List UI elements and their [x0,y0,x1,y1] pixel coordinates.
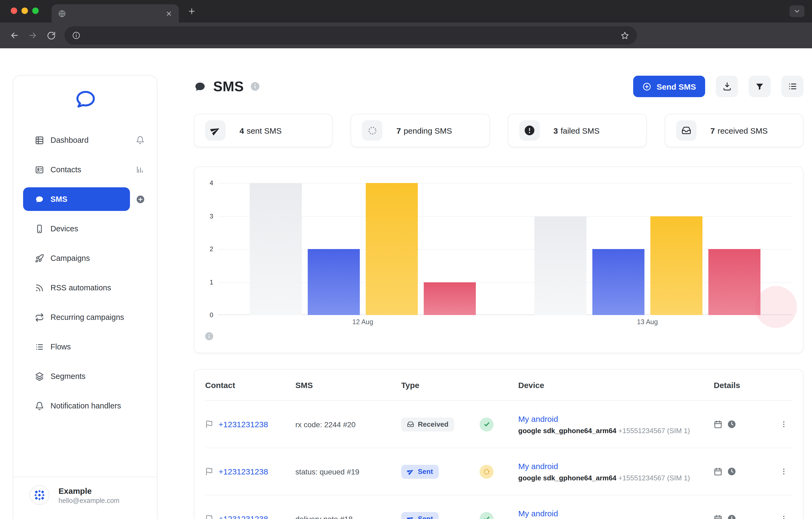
column-header-sms: SMS [295,380,401,390]
forward-button[interactable] [24,26,42,44]
sidebar-item-label: Devices [51,224,78,233]
bar-received-12-aug [250,183,302,315]
y-tick: 0 [210,311,213,319]
device-details: google sdk_gphone64_arm64 +15551234567 (… [518,426,714,434]
column-header-details: Details [714,380,792,390]
bar-pending-13-aug [650,216,702,315]
contact-phone-link[interactable]: +1231231238 [219,420,268,429]
sidebar-item-notification-handlers[interactable]: Notification handlers [23,394,147,418]
clock-icon[interactable] [727,467,736,476]
list-icon [35,342,44,351]
table-row: +1231231238 status: queued #19 Sent [205,448,792,495]
x-tick: 12 Aug [250,318,476,326]
chart-info-icon[interactable] [205,332,214,341]
download-button[interactable] [716,76,738,97]
sidebar-item-campaigns[interactable]: Campaigns [23,246,147,270]
sidebar-item-label: Segments [51,372,86,380]
browser-tab[interactable] [52,4,179,23]
calendar-icon[interactable] [714,467,722,476]
list-view-button[interactable] [781,76,804,97]
flag-icon [205,420,213,428]
app-logo-speech-bubble-icon [74,90,96,110]
row-menu-kebab-icon[interactable] [780,467,788,476]
sms-bar-chart-card: 4 3 2 1 0 [194,166,804,353]
sidebar: Dashboard Contacts [13,75,157,519]
sidebar-item-rss-automations[interactable]: RSS automations [23,276,147,300]
clock-icon[interactable] [727,420,736,429]
sidebar-item-label: SMS [51,195,67,204]
device-link[interactable]: My android [518,414,558,423]
page-content: Dashboard Contacts [0,48,812,519]
back-button[interactable] [5,26,24,44]
address-bar[interactable] [64,26,637,44]
new-tab-button[interactable] [187,7,196,16]
sidebar-item-segments[interactable]: Segments [23,364,147,388]
sidebar-item-contacts[interactable]: Contacts [23,158,147,181]
sidebar-item-label: Campaigns [51,254,90,263]
sidebar-item-devices[interactable]: Devices [23,217,147,240]
y-tick: 2 [210,245,213,253]
calendar-icon[interactable] [714,514,722,519]
table-header: Contact SMS Type Device Details [205,370,792,401]
contact-phone-link[interactable]: +1231231238 [219,514,268,519]
sidebar-item-sms[interactable]: SMS [23,187,147,211]
contact-phone-link[interactable]: +1231231238 [219,467,268,476]
device-details: google sdk_gphone64_arm64 +15551234567 (… [518,474,714,482]
sidebar-item-recurring-campaigns[interactable]: Recurring campaigns [23,305,147,329]
status-pending-icon [480,464,494,479]
bookmark-star-icon[interactable] [620,31,630,40]
contact-card-icon [35,165,44,174]
inbox-icon [676,120,697,141]
main-panel: SMS Send SMS [194,75,804,519]
type-badge-sent: Sent [401,512,439,519]
bell-icon[interactable] [133,136,147,144]
paper-plane-icon [205,120,226,141]
calendar-icon[interactable] [714,420,722,429]
tab-search-button[interactable] [789,5,805,17]
stat-card-failed: 3failed SMS [508,114,646,147]
column-header-type: Type [401,380,518,390]
table-row: +1231231238 rx code: 2244 #20 Received [205,401,792,448]
browser-toolbar [0,23,812,48]
sidebar-item-flows[interactable]: Flows [23,335,147,359]
rss-icon [35,283,44,292]
close-tab-icon[interactable] [166,10,172,17]
device-link[interactable]: My android [518,461,558,470]
sidebar-menu: Dashboard Contacts [13,128,157,424]
browser-tabstrip [0,0,812,23]
bar-sent-12-aug [308,249,360,315]
sidebar-item-label: Notification handlers [51,401,121,410]
bar-chart-icon[interactable] [133,165,147,174]
bar-pending-12-aug [366,183,418,315]
x-tick: 13 Aug [534,318,760,326]
stat-card-received: 7received SMS [665,114,804,147]
table-row: +1231231238 delivery note #18 Sent [205,495,792,519]
stat-card-sent: 4sent SMS [194,114,333,147]
clock-icon[interactable] [727,514,736,519]
sidebar-item-dashboard[interactable]: Dashboard [23,128,147,152]
row-menu-kebab-icon[interactable] [780,515,788,519]
status-success-icon [480,512,494,519]
zoom-window-button[interactable] [32,7,39,14]
plus-circle-icon[interactable] [133,194,147,204]
spinner-icon [362,120,383,141]
type-badge-sent: Sent [401,464,439,479]
minimize-window-button[interactable] [22,7,28,14]
row-menu-kebab-icon[interactable] [780,420,788,428]
alert-icon [519,120,540,141]
info-icon[interactable] [251,82,259,91]
send-sms-label: Send SMS [657,82,696,91]
sidebar-item-label: Contacts [51,165,81,174]
device-link[interactable]: My android [518,509,558,518]
user-profile[interactable]: Example hello@example.com [13,477,157,505]
bar-received-13-aug [534,216,586,315]
sms-message-text: status: queued #19 [295,467,359,476]
reload-button[interactable] [42,26,60,44]
site-info-icon[interactable] [72,31,81,40]
bar-group-12-aug [250,183,476,315]
filter-button[interactable] [749,76,771,97]
profile-email: hello@example.com [59,497,119,504]
close-window-button[interactable] [11,7,17,14]
send-sms-button[interactable]: Send SMS [633,76,705,97]
smartphone-icon [35,224,44,233]
